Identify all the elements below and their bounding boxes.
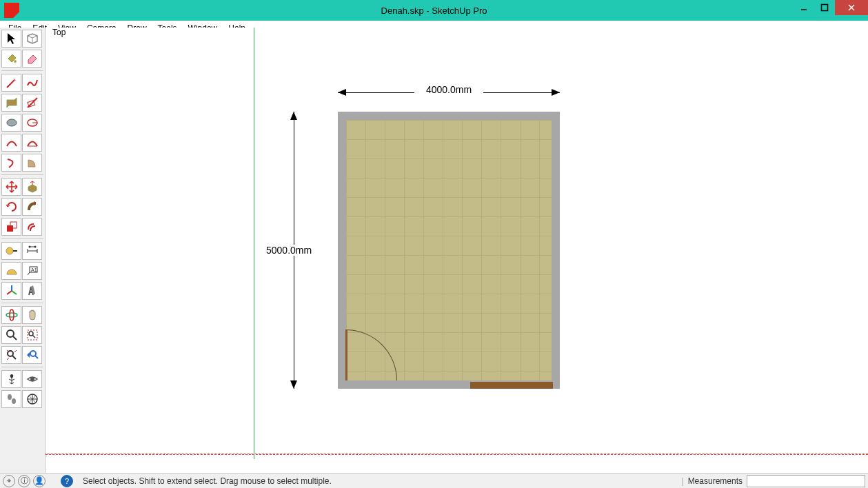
pushpull-tool[interactable]: [22, 178, 42, 196]
svg-point-11: [28, 246, 30, 248]
arrow-right-icon: [552, 89, 560, 96]
workspace: A1 Top: [0, 28, 868, 473]
svg-rect-1: [822, 5, 828, 11]
svg-point-24: [12, 398, 16, 404]
polygon-tool[interactable]: [22, 114, 42, 132]
toolbar-separator: [1, 367, 43, 367]
floor-plan[interactable]: [338, 112, 560, 389]
svg-point-23: [8, 394, 12, 400]
2point-arc-tool[interactable]: [22, 134, 42, 152]
dimension-width-label: 4000.0mm: [414, 84, 483, 95]
zoom-tool[interactable]: [1, 326, 21, 344]
toolbar-separator: [1, 70, 43, 71]
svg-point-6: [7, 119, 17, 126]
make-component-tool[interactable]: [22, 30, 42, 48]
walk-tool[interactable]: [1, 390, 21, 408]
close-button[interactable]: [835, 0, 868, 15]
svg-point-17: [7, 330, 14, 337]
offset-tool[interactable]: [22, 218, 42, 236]
3dtext-tool[interactable]: [22, 282, 42, 300]
arrow-up-icon: [290, 112, 297, 120]
separator: |: [682, 476, 684, 486]
svg-point-21: [30, 351, 36, 356]
geolocation-icon[interactable]: ⌖: [3, 475, 15, 487]
signin-icon[interactable]: 👤: [33, 475, 46, 487]
axes-tool[interactable]: [1, 282, 21, 300]
maximize-button[interactable]: [814, 0, 835, 15]
dimension-tool[interactable]: [22, 242, 42, 260]
arrow-left-icon: [338, 89, 346, 96]
svg-point-12: [34, 246, 36, 248]
scale-tool[interactable]: [1, 218, 21, 236]
followme-tool[interactable]: [22, 198, 42, 216]
measurements-input[interactable]: [747, 475, 865, 487]
bottom-element: [470, 382, 553, 389]
dimension-height[interactable]: 5000.0mm: [263, 112, 335, 389]
eraser-tool[interactable]: [22, 50, 42, 68]
svg-point-4: [14, 60, 17, 63]
app-icon: [4, 3, 19, 18]
main-toolbar: A1: [0, 28, 46, 473]
minimize-button[interactable]: [794, 0, 814, 15]
arrow-down-icon: [290, 380, 297, 389]
line-tool[interactable]: [1, 74, 21, 92]
look-around-tool[interactable]: [22, 370, 42, 388]
dimension-height-label: 5000.0mm: [263, 245, 314, 256]
window-controls: [794, 0, 868, 15]
select-tool[interactable]: [1, 30, 21, 48]
protractor-tool[interactable]: [1, 262, 21, 280]
view-label: Top: [50, 28, 68, 37]
dimension-width[interactable]: 4000.0mm: [338, 84, 560, 101]
3point-arc-tool[interactable]: [1, 154, 21, 172]
svg-point-22: [30, 377, 34, 381]
titlebar: Denah.skp - SketchUp Pro: [0, 0, 868, 21]
pie-tool[interactable]: [22, 154, 42, 172]
previous-view-tool[interactable]: [22, 346, 42, 364]
arc-tool[interactable]: [1, 134, 21, 152]
move-tool[interactable]: [1, 178, 21, 196]
rectangle-tool[interactable]: [1, 94, 21, 112]
svg-text:A1: A1: [31, 267, 37, 272]
zoom-window-tool[interactable]: [22, 326, 42, 344]
measurements-label: Measurements: [688, 476, 743, 486]
credits-icon[interactable]: ⓘ: [18, 475, 30, 487]
circle-tool[interactable]: [1, 114, 21, 132]
svg-point-16: [10, 309, 14, 321]
help-icon[interactable]: ?: [61, 475, 73, 487]
door-leaf: [345, 329, 347, 380]
pan-tool[interactable]: [22, 306, 42, 324]
window-title: Denah.skp - SketchUp Pro: [0, 6, 868, 16]
section-plane-tool[interactable]: [22, 390, 42, 408]
freehand-tool[interactable]: [22, 74, 42, 92]
rotated-rectangle-tool[interactable]: [22, 94, 42, 112]
toolbar-separator: [1, 303, 43, 303]
position-camera-tool[interactable]: [1, 370, 21, 388]
green-axis: [254, 28, 254, 459]
orbit-tool[interactable]: [1, 306, 21, 324]
toolbar-separator: [1, 174, 43, 175]
paint-bucket-tool[interactable]: [1, 50, 21, 68]
red-axis: [46, 454, 868, 454]
toolbar-separator: [1, 238, 43, 239]
svg-point-15: [6, 313, 17, 317]
zoom-extents-tool[interactable]: [1, 346, 21, 364]
status-hint: Select objects. Shift to extend select. …: [83, 476, 332, 486]
svg-point-10: [6, 247, 13, 254]
statusbar: ⌖ ⓘ 👤 ? Select objects. Shift to extend …: [0, 473, 868, 488]
text-tool[interactable]: A1: [22, 262, 42, 280]
tapemeasure-tool[interactable]: [1, 242, 21, 260]
canvas[interactable]: Top 4000.0mm 5000.0mm: [46, 28, 868, 473]
rotate-tool[interactable]: [1, 198, 21, 216]
